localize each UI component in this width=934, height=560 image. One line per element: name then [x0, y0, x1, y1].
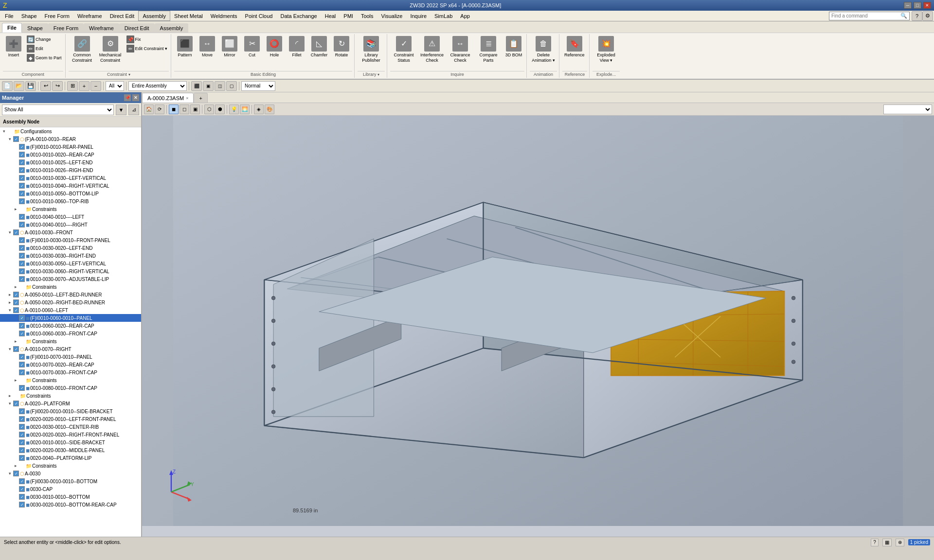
- tree-item[interactable]: ✓◼0010-0010-0040--RIGHT-VERTICAL: [0, 182, 141, 190]
- tab-assembly[interactable]: Assembly: [155, 23, 189, 33]
- zoom-in-button[interactable]: +: [79, 81, 90, 91]
- new-tab-button[interactable]: +: [194, 93, 207, 103]
- tree-checkbox[interactable]: ✓: [19, 167, 25, 173]
- expand-btn[interactable]: ▾: [1, 128, 7, 134]
- view-edge-btn[interactable]: ▣: [190, 105, 200, 114]
- tree-item[interactable]: ✓◼0030-0020-0010--BOTTOM-REAR-CAP: [0, 501, 141, 508]
- library-publisher-button[interactable]: 📚 Library Publisher: [358, 35, 385, 64]
- tree-item[interactable]: ✓◼0010-0040-0010----LEFT: [0, 213, 141, 221]
- settings-icon[interactable]: ⚙: [922, 11, 933, 21]
- expand-btn[interactable]: ▸: [13, 206, 18, 212]
- tree-checkbox[interactable]: ✓: [19, 385, 25, 391]
- tree-checkbox[interactable]: ✓: [19, 276, 25, 282]
- tree-item[interactable]: ✓◼0020-0020-0010--LEFT-FRONT-PANEL: [0, 415, 141, 423]
- expand-btn[interactable]: ▾: [7, 401, 13, 406]
- menu-point-cloud[interactable]: Point Cloud: [241, 11, 277, 21]
- tree-checkbox[interactable]: ✓: [19, 502, 25, 508]
- view-wireframe-btn[interactable]: ◻: [180, 105, 189, 114]
- zoom-fit-button[interactable]: ⊞: [67, 81, 78, 91]
- tree-checkbox[interactable]: ✓: [13, 292, 19, 298]
- tree-item[interactable]: ▾✓⬡A-0010-0030--FRONT: [0, 228, 141, 236]
- menu-shape[interactable]: Shape: [18, 11, 41, 21]
- view-lights-btn[interactable]: 💡: [229, 105, 239, 114]
- tree-checkbox[interactable]: ✓: [19, 369, 25, 375]
- tree-item[interactable]: ✓◼0010-0040-0010----RIGHT: [0, 221, 141, 228]
- menu-heal[interactable]: Heal: [321, 11, 340, 21]
- tree-checkbox[interactable]: ✓: [19, 354, 25, 360]
- tree-checkbox[interactable]: ✓: [19, 261, 25, 266]
- view-bg-btn[interactable]: 🌅: [240, 105, 250, 114]
- tree-item[interactable]: ✓◼0010-0060-0020--REAR-CAP: [0, 322, 141, 330]
- tree-item[interactable]: ✓◼0010-0010-0026--RIGH-END: [0, 166, 141, 174]
- menu-tools[interactable]: Tools: [357, 11, 377, 21]
- tree-item[interactable]: ▸📁Constraints: [0, 462, 141, 470]
- constraint-status-button[interactable]: ✓ Constraint Status: [390, 35, 417, 64]
- undo-button[interactable]: ↩: [40, 81, 51, 91]
- cut-button[interactable]: ✂ Cut: [241, 35, 263, 59]
- tree-item[interactable]: ✓◼0010-0030-0020--LEFT-END: [0, 244, 141, 252]
- move-button[interactable]: ↔ Move: [197, 35, 218, 59]
- minimize-button[interactable]: ─: [904, 2, 912, 9]
- tree-item[interactable]: ▸📁Constraints: [0, 337, 141, 345]
- status-snap-btn[interactable]: ⊕: [896, 539, 904, 546]
- menu-visualize[interactable]: Visualize: [377, 11, 407, 21]
- open-button[interactable]: 📂: [14, 81, 24, 91]
- tree-item[interactable]: ▾📁Configurations: [0, 127, 141, 135]
- tree-item[interactable]: ✓◼0010-0030-0060--RIGHT-VERTICAL: [0, 267, 141, 275]
- menu-data-exchange[interactable]: Data Exchange: [276, 11, 321, 21]
- expand-btn[interactable]: ▸: [13, 377, 18, 383]
- expand-btn[interactable]: ▾: [7, 136, 13, 142]
- clearance-check-button[interactable]: ↔ Clearance Check: [447, 35, 474, 64]
- exploded-view-button[interactable]: 💥 Exploded View ▾: [593, 35, 620, 64]
- expand-btn[interactable]: ▾: [7, 229, 13, 235]
- tree-item[interactable]: ✓◼0020-0030-0010--CENTER-RIB: [0, 423, 141, 431]
- tree-checkbox[interactable]: ✓: [19, 486, 25, 492]
- tree-item[interactable]: ✓◼(F)I0010-0030-0010--FRONT-PANEL: [0, 236, 141, 244]
- menu-sheet-metal[interactable]: Sheet Metal: [170, 11, 207, 21]
- view-shaded-btn[interactable]: ◼: [169, 105, 179, 114]
- view-color-btn[interactable]: 🎨: [265, 105, 274, 114]
- tree-checkbox[interactable]: ✓: [19, 152, 25, 158]
- status-help-btn[interactable]: ?: [871, 539, 879, 546]
- tree-item[interactable]: ✓◼0010-0070-0020--REAR-CAP: [0, 361, 141, 368]
- filter-icon-button[interactable]: ▼: [116, 105, 126, 115]
- delete-animation-button[interactable]: 🗑 Delete Animation ▾: [530, 35, 557, 64]
- view-style-btn-4[interactable]: ▢: [226, 81, 237, 91]
- tree-checkbox[interactable]: ✓: [19, 159, 25, 165]
- view-xray-btn[interactable]: ◈: [254, 105, 264, 114]
- tree-item[interactable]: ✓◼0010-0010-0030--LEFT-VERTICAL: [0, 174, 141, 182]
- tree-checkbox[interactable]: ✓: [19, 144, 25, 150]
- tree-item[interactable]: ✓◼0020-0020-0030--MIDDLE-PANEL: [0, 446, 141, 454]
- tree-container[interactable]: ▾📁Configurations▾✓⬡(F)A-0010-0010--REAR✓…: [0, 127, 141, 537]
- expand-btn[interactable]: ▾: [7, 346, 13, 352]
- tree-checkbox[interactable]: ✓: [19, 315, 25, 321]
- tree-checkbox[interactable]: ✓: [19, 408, 25, 414]
- tree-item[interactable]: ✓◼0030-CAP: [0, 485, 141, 493]
- tree-item[interactable]: ▸📁Constraints: [0, 283, 141, 291]
- tree-checkbox[interactable]: ✓: [19, 237, 25, 243]
- tree-checkbox[interactable]: ✓: [19, 214, 25, 220]
- pattern-button[interactable]: ⬛ Pattern: [174, 35, 196, 59]
- new-button[interactable]: 📄: [2, 81, 13, 91]
- tree-checkbox[interactable]: ✓: [19, 198, 25, 204]
- tree-checkbox[interactable]: ✓: [19, 268, 25, 274]
- zoom-out-button[interactable]: −: [90, 81, 101, 91]
- filter-funnel-button[interactable]: ⊿: [128, 105, 139, 115]
- tree-item[interactable]: ✓◼0030-0010-0010--BOTTOM: [0, 493, 141, 501]
- show-all-select[interactable]: Show All: [2, 105, 114, 115]
- tree-item[interactable]: ✓◼0010-0030-0070--ADJUSTABLE-LIP: [0, 275, 141, 283]
- change-button[interactable]: 🔄 Change: [25, 35, 63, 44]
- tree-item[interactable]: ✓◼(F)I0020-0010-0010--SIDE-BRACKET: [0, 407, 141, 415]
- menu-app[interactable]: App: [456, 11, 474, 21]
- tree-item[interactable]: ✓◼0020-0010-0010--SIDE-BRACKET: [0, 438, 141, 446]
- tree-item[interactable]: ✓◼(F)I0010-0060-0010--PANEL: [0, 314, 141, 322]
- expand-btn[interactable]: ▸: [13, 338, 18, 344]
- display-mode-select[interactable]: Normal: [241, 81, 275, 91]
- viewport-3d[interactable]: Z Y 89.5169 in: [142, 116, 934, 526]
- tree-item[interactable]: ▾✓⬡A-0020--PLATFORM: [0, 400, 141, 407]
- tree-item[interactable]: ✓◼0010-0010-0060--TOP-RIB: [0, 197, 141, 205]
- menu-simlab[interactable]: SimLab: [431, 11, 456, 21]
- menu-weldments[interactable]: Weldments: [207, 11, 241, 21]
- tree-checkbox[interactable]: ✓: [19, 478, 25, 484]
- help-icon[interactable]: ?: [912, 11, 922, 21]
